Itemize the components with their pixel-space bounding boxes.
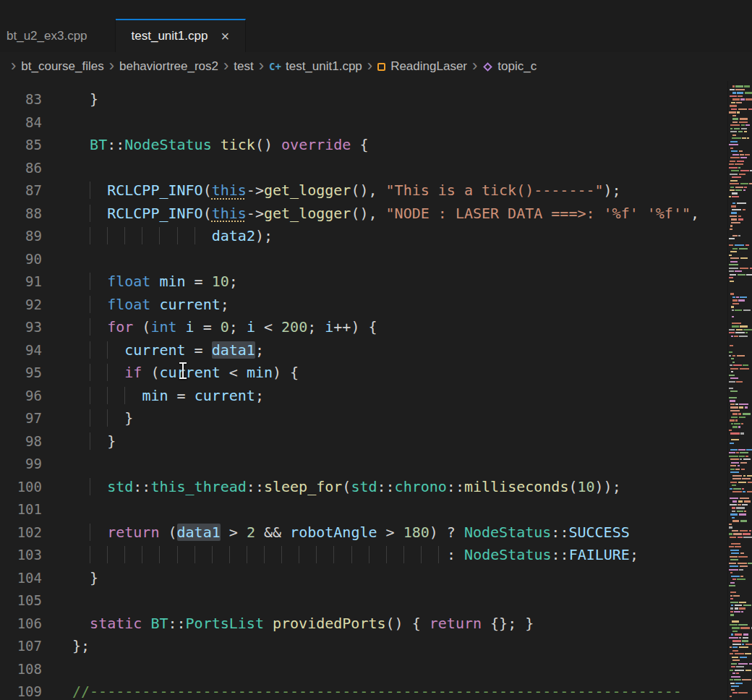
indent-guide: [90, 524, 107, 541]
breadcrumb-item-test[interactable]: test: [234, 59, 253, 74]
code-line[interactable]: 96 min = current;: [0, 385, 727, 408]
close-icon[interactable]: ×: [221, 29, 229, 43]
minimap-token: [732, 426, 738, 427]
code-line[interactable]: 95 if (current < min) {: [0, 362, 727, 385]
breadcrumb-item-behaviortree_ros2[interactable]: behaviortree_ros2: [119, 59, 218, 74]
minimap-line: [729, 325, 751, 327]
minimap-line: [729, 426, 751, 427]
minimap-token: [742, 488, 744, 490]
breadcrumb-item-class[interactable]: ReadingLaser: [377, 59, 467, 74]
code-text: std::this_thread::sleep_for(std::chrono:…: [72, 476, 621, 499]
code-text: }: [72, 407, 133, 430]
code-line[interactable]: 93 for (int i = 0; i < 200; i++) {: [0, 316, 727, 339]
minimap-line: [729, 488, 751, 490]
code-line[interactable]: 85 BT::NodeStatus tick() override {: [0, 134, 727, 157]
minimap-line: [729, 108, 751, 110]
minimap-line: [729, 556, 751, 558]
code-line[interactable]: 89 data2);: [0, 225, 727, 248]
minimap-line: [729, 526, 751, 528]
code-line[interactable]: 109//-----------------------------------…: [0, 680, 727, 700]
minimap-token: [730, 345, 733, 346]
minimap-token: [739, 248, 748, 249]
minimap-token: [730, 683, 735, 684]
code-token: std: [107, 478, 133, 495]
code-editor[interactable]: 83 }8485 BT::NodeStatus tick() override …: [0, 81, 727, 700]
minimap-line: [729, 202, 751, 204]
minimap-token: [743, 413, 751, 414]
code-line[interactable]: 108: [0, 658, 727, 681]
code-line[interactable]: 100 std::this_thread::sleep_for(std::chr…: [0, 476, 727, 499]
minimap-token: [731, 150, 738, 152]
minimap[interactable]: [727, 81, 752, 700]
line-number: 84: [0, 111, 42, 135]
minimap-token: [730, 443, 734, 444]
code-line[interactable]: 97 }: [0, 407, 727, 430]
minimap-token: [741, 469, 745, 470]
minimap-line: [729, 419, 751, 421]
code-line[interactable]: 103 : NodeStatus::FAILURE;: [0, 544, 727, 567]
code-line[interactable]: 101: [0, 498, 727, 521]
minimap-line: [729, 371, 751, 372]
minimap-line: [729, 498, 751, 499]
indent-guide: [159, 227, 176, 244]
code-token: ;: [229, 273, 238, 290]
minimap-line: [729, 657, 751, 658]
code-line[interactable]: 94 current = data1;: [0, 339, 727, 362]
minimap-token: [745, 644, 752, 645]
minimap-token: [740, 452, 748, 453]
indent-guide: [90, 296, 107, 313]
minimap-token: [729, 569, 738, 571]
line-number: 97: [0, 407, 42, 430]
minimap-line: [729, 137, 751, 139]
minimap-line: [729, 458, 751, 460]
code-line[interactable]: 84: [0, 111, 727, 135]
code-line[interactable]: 92 float current;: [0, 294, 727, 317]
code-line[interactable]: 86: [0, 157, 727, 180]
minimap-line: [729, 154, 751, 155]
breadcrumb-item-file[interactable]: C+ test_unit1.cpp: [269, 59, 362, 74]
code-token: ;: [307, 318, 325, 336]
code-line[interactable]: 105: [0, 589, 727, 612]
minimap-token: [741, 423, 743, 424]
tab-test_unit1[interactable]: test_unit1.cpp ×: [116, 19, 247, 52]
minimap-token: [735, 653, 744, 654]
minimap-token: [730, 368, 738, 370]
minimap-token: [731, 543, 740, 545]
code-line[interactable]: 83 }: [0, 88, 727, 111]
minimap-token: [730, 124, 740, 126]
code-line[interactable]: 104 }: [0, 567, 727, 590]
tab-bt_u2_ex3[interactable]: bt_u2_ex3.cpp: [0, 19, 116, 52]
code-token: ,: [691, 205, 699, 222]
code-line[interactable]: 91 float min = 10;: [0, 270, 727, 294]
minimap-token: [729, 430, 732, 431]
line-number: 92: [0, 294, 42, 317]
code-line[interactable]: 106 static BT::PortsList providedPorts()…: [0, 612, 727, 636]
minimap-line: [729, 550, 751, 551]
code-token: min: [247, 364, 273, 381]
minimap-token: [735, 189, 742, 191]
code-line[interactable]: 87 RCLCPP_INFO(this->get_logger(), "This…: [0, 179, 727, 202]
minimap-token: [731, 102, 735, 103]
code-line[interactable]: 90: [0, 248, 727, 271]
code-line[interactable]: 98 }: [0, 430, 727, 453]
minimap-token: [740, 368, 749, 370]
minimap-line: [729, 231, 751, 233]
minimap-token: [745, 244, 749, 246]
minimap-line: [729, 400, 751, 401]
code-line[interactable]: 107};: [0, 635, 727, 658]
breadcrumb-item-method[interactable]: topic_c: [482, 59, 537, 74]
code-line[interactable]: 88 RCLCPP_INFO(this->get_logger(), "NODE…: [0, 202, 727, 226]
minimap-token: [731, 306, 734, 307]
code-line[interactable]: 99: [0, 453, 727, 476]
code-token: "NODE : LASER DATA ===>: '%f' '%f'": [386, 205, 691, 222]
minimap-line: [729, 565, 751, 567]
minimap-token: [739, 406, 743, 408]
code-token: (: [159, 524, 176, 541]
code-line[interactable]: 102 return (data1 > 2 && robotAngle > 18…: [0, 521, 727, 545]
minimap-line: [729, 624, 751, 626]
code-token: ->: [247, 182, 264, 199]
minimap-token: [730, 602, 738, 603]
minimap-token: [730, 582, 735, 584]
code-token: >: [221, 524, 247, 541]
breadcrumb-item-bt_course_files[interactable]: bt_course_files: [21, 59, 103, 74]
